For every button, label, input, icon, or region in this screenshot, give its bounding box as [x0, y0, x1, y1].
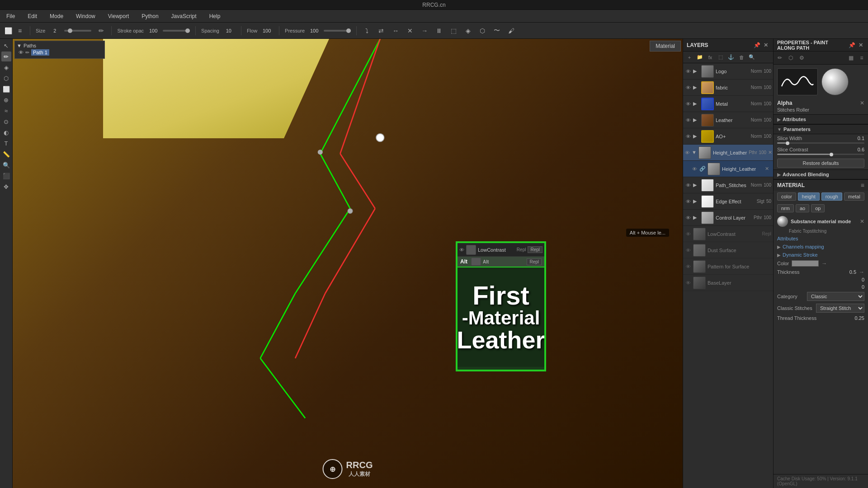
canvas-area[interactable]: ▼ Paths 👁 ✏ Path 1 Material Alt + Mouse …: [13, 39, 683, 488]
alpha-settings-icon[interactable]: ⚙: [797, 53, 806, 62]
channel-ao[interactable]: ao: [796, 204, 809, 212]
size-slider[interactable]: [64, 30, 91, 32]
tool-text[interactable]: T: [1, 138, 11, 148]
layer-item-height-leather[interactable]: 👁 ▼ Height_Leather Pthr 100 ✕: [683, 145, 773, 161]
tool-select[interactable]: ↖: [1, 41, 11, 51]
substance-close-btn[interactable]: ✕: [860, 218, 864, 225]
layer-tool-anchor[interactable]: ⚓: [726, 53, 736, 62]
attributes-link[interactable]: Attributes: [774, 235, 868, 243]
tool-smudge[interactable]: ≈: [1, 106, 11, 116]
channel-nrm[interactable]: nrm: [777, 204, 794, 212]
layer-vis-ao[interactable]: 👁: [685, 133, 691, 140]
layer-vis-metal[interactable]: 👁: [685, 101, 691, 107]
menu-viewport[interactable]: Viewport: [105, 12, 132, 20]
menu-window[interactable]: Window: [73, 12, 98, 20]
channel-color[interactable]: color: [777, 192, 796, 201]
toolbar-icon-2[interactable]: ≡: [15, 26, 24, 35]
restore-defaults-btn[interactable]: Restore defaults: [777, 159, 864, 168]
layer-item-baselayer[interactable]: 👁 BaseLayer: [683, 275, 773, 291]
layers-pin-icon[interactable]: 📌: [753, 42, 760, 49]
flip-icon[interactable]: ↔: [391, 26, 400, 35]
menu-python[interactable]: Python: [139, 12, 161, 20]
tool-3d[interactable]: ⬛: [1, 171, 11, 181]
alpha-sphere-icon[interactable]: ⬡: [786, 53, 795, 62]
path-item-1[interactable]: 👁 ✏ Path 1: [17, 48, 103, 56]
thickness-value[interactable]: 0.5: [843, 269, 856, 275]
layer-close-height-sub[interactable]: ✕: [765, 166, 771, 172]
layer-tool-fx[interactable]: fx: [706, 53, 715, 62]
layer-item-metal[interactable]: 👁 ▶ Metal Norm 100: [683, 96, 773, 112]
tool-fill[interactable]: ◈: [1, 62, 11, 72]
tool-measure[interactable]: 📏: [1, 149, 11, 159]
pressure-slider[interactable]: [324, 30, 351, 32]
tool-dodge[interactable]: ◐: [1, 127, 11, 137]
layer-vis-control[interactable]: 👁: [685, 215, 691, 221]
alpha-close-btn[interactable]: ✕: [860, 100, 864, 106]
layer-item-edge[interactable]: 👁 ▶ Edge Effect Slgt 50: [683, 193, 773, 210]
advanced-blending-section[interactable]: ▶ Advanced Blending: [774, 169, 868, 179]
channels-mapping-link[interactable]: Channels mapping: [783, 244, 824, 249]
layer-tool-folder[interactable]: 📁: [695, 53, 704, 62]
paint-icon[interactable]: 🖌: [507, 26, 516, 35]
popup-btn-alt[interactable]: Repl: [527, 258, 542, 265]
arrow-icon[interactable]: →: [420, 26, 429, 35]
stroke-icon[interactable]: 〜: [492, 26, 501, 35]
size-value[interactable]: 2: [48, 28, 61, 33]
layer-vis-fabric[interactable]: 👁: [685, 84, 691, 91]
alpha-icon-a[interactable]: ▦: [846, 53, 855, 62]
menu-javascript[interactable]: JavaScript: [169, 12, 199, 20]
channel-rough[interactable]: rough: [821, 192, 842, 201]
pressure-value[interactable]: 100: [307, 28, 321, 33]
tool-shape[interactable]: ⬡: [1, 73, 11, 83]
layer-vis-dust[interactable]: 👁: [685, 247, 691, 253]
menu-file[interactable]: File: [4, 12, 18, 20]
thickness-arrow[interactable]: →: [859, 269, 864, 275]
tool-brush[interactable]: ✏: [1, 52, 11, 61]
stroke-opac-slider[interactable]: [163, 30, 190, 32]
menu-help[interactable]: Help: [207, 12, 223, 20]
alpha-edit-icon[interactable]: ✏: [775, 53, 784, 62]
flow-value[interactable]: 100: [260, 28, 274, 33]
layer-item-ao[interactable]: 👁 ▶ AO+ Norm 100: [683, 128, 773, 145]
tool-clone[interactable]: ⊕: [1, 95, 11, 105]
spacing-value[interactable]: 10: [222, 28, 236, 33]
layer-item-lowcontrast[interactable]: 👁 LowContrast Repl: [683, 226, 773, 242]
layer-vis-stitches[interactable]: 👁: [685, 182, 691, 188]
paths-collapse-icon[interactable]: ▼: [17, 43, 22, 48]
category-select[interactable]: Classic: [807, 292, 864, 301]
val2-num[interactable]: 0: [851, 284, 864, 290]
layer-item-height-sub[interactable]: 👁 🔗 Height_Leather ✕: [683, 161, 773, 177]
tool-zoom[interactable]: 🔍: [1, 160, 11, 170]
layer-tool-new[interactable]: +: [685, 53, 694, 62]
x-icon[interactable]: ✕: [406, 26, 415, 35]
thread-thickness-value[interactable]: 0.25: [851, 315, 864, 321]
val1-num[interactable]: 0: [851, 277, 864, 282]
slice-width-value[interactable]: 0.1: [849, 136, 864, 141]
channel-op[interactable]: op: [811, 204, 825, 212]
dynamic-stroke-link[interactable]: Dynamic Stroke: [783, 252, 818, 258]
layer-item-logo[interactable]: 👁 ▶ Logo Norm 100: [683, 63, 773, 80]
layer-vis-leather[interactable]: 👁: [685, 117, 691, 123]
toolbar-icon-1[interactable]: ⬜: [4, 26, 13, 35]
channel-metal[interactable]: metal: [844, 192, 864, 201]
popup-eye-1[interactable]: 👁: [459, 247, 464, 253]
props-pin-icon[interactable]: 📌: [848, 42, 855, 49]
material-menu-icon[interactable]: ≡: [861, 182, 864, 189]
layer-tool-delete[interactable]: 🗑: [737, 53, 746, 62]
attributes-section[interactable]: ▶ Attributes: [774, 114, 868, 124]
layer-tool-search[interactable]: 🔍: [747, 53, 756, 62]
layer-vis-edge[interactable]: 👁: [685, 198, 691, 205]
tool-blur[interactable]: ⊙: [1, 117, 11, 127]
slice-contrast-slider[interactable]: [777, 154, 864, 155]
parameters-section[interactable]: ▼ Parameters: [774, 124, 868, 134]
pause-icon[interactable]: ⏸: [434, 26, 443, 35]
layers-close-icon[interactable]: ✕: [762, 42, 769, 49]
tool-move[interactable]: ✥: [1, 182, 11, 192]
menu-mode[interactable]: Mode: [47, 12, 66, 20]
material-badge[interactable]: Material: [650, 41, 681, 52]
bucket-icon[interactable]: ⬡: [478, 26, 487, 35]
stroke-opac-value[interactable]: 100: [146, 28, 160, 33]
layer-vis-pattern[interactable]: 👁: [685, 263, 691, 270]
slice-width-slider[interactable]: [777, 142, 864, 144]
sym-icon[interactable]: ⇄: [377, 26, 386, 35]
